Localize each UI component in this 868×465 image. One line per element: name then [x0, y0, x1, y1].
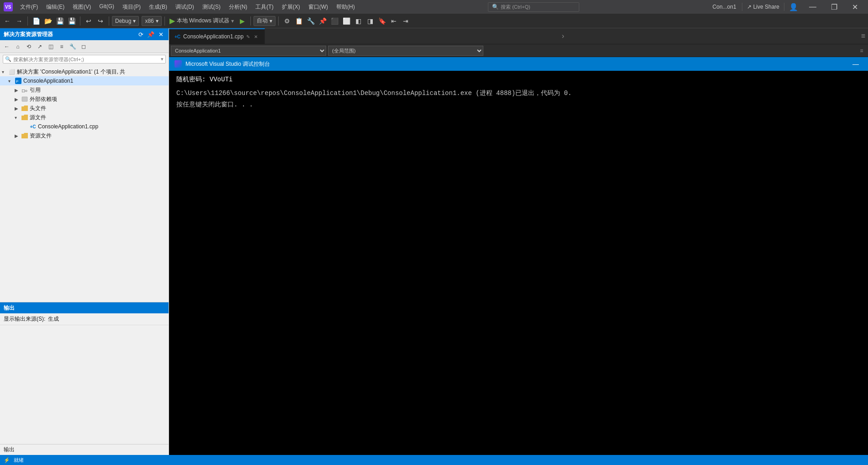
menu-item-b[interactable]: 生成(B) — [145, 1, 171, 13]
headers-folder-icon — [21, 105, 28, 112]
debug-console-content: 随机密码: VVoUTi C:\Users\11266\source\repos… — [169, 71, 868, 455]
restore-button[interactable]: ❐ — [825, 1, 844, 13]
save-button[interactable]: 💾 — [54, 16, 65, 26]
menu-item-x[interactable]: 扩展(X) — [278, 1, 304, 13]
toolbar-sync-view[interactable]: ⟲ — [24, 42, 34, 52]
nav-method-selector[interactable]: (全局范围) — [328, 46, 483, 56]
tree-item-references[interactable]: ▶ □○ 引用 — [0, 85, 169, 95]
resources-label: 资源文件 — [30, 132, 52, 140]
back-button[interactable]: ← — [2, 16, 13, 26]
toolbar-show-all[interactable]: ◫ — [46, 42, 56, 52]
menu-item-s[interactable]: 测试(S) — [199, 1, 224, 13]
tab-close-button[interactable]: ✕ — [253, 33, 259, 40]
nav-class-selector[interactable]: ConsoleApplication1 — [171, 46, 326, 56]
tree-expand-references[interactable]: ▶ — [15, 88, 21, 93]
toolbar-misc-9[interactable]: ⇥ — [400, 16, 411, 26]
tree-expand-source[interactable]: ▾ — [15, 115, 21, 120]
bookmark-nav-1[interactable]: ⇤ — [388, 16, 399, 26]
sync-icon[interactable]: ⟳ — [137, 30, 145, 38]
toolbar-properties[interactable]: 🔧 — [68, 42, 78, 52]
menu-item-e[interactable]: 编辑(E) — [42, 1, 68, 13]
solution-explorer-search[interactable]: 🔍 ▾ — [3, 55, 166, 63]
console-line-exit: C:\Users\11266\source\repos\ConsoleAppli… — [176, 88, 861, 98]
run-debugger-button[interactable]: ▶ 本地 Windows 调试器 ▾ — [168, 16, 236, 25]
minimize-button[interactable]: — — [803, 1, 823, 13]
toolbar-home[interactable]: ⌂ — [13, 42, 23, 52]
tree-item-main-cpp[interactable]: ▶ +C ConsoleApplication1.cpp — [0, 122, 169, 131]
tree-item-resources[interactable]: ▶ 资源文件 — [0, 131, 169, 140]
tree-item-source-files[interactable]: ▾ 源文件 — [0, 113, 169, 122]
toolbar-preview[interactable]: ◻ — [79, 42, 89, 52]
tree-item-solution[interactable]: ▾ ⬜ 解决方案 'ConsoleApplication1' (1 个项目, 共 — [0, 67, 169, 76]
save-all-button[interactable]: 💾 — [66, 16, 77, 26]
toolbar-misc-3[interactable]: 🔧 — [305, 16, 316, 26]
toolbar-open-file[interactable]: ↗ — [35, 42, 45, 52]
menu-item-w[interactable]: 窗口(W) — [305, 1, 332, 13]
menu-item-t[interactable]: 工具(T) — [252, 1, 277, 13]
tree-expand-ext[interactable]: ▶ — [15, 97, 21, 102]
toolbar-misc-7[interactable]: ◧ — [353, 16, 364, 26]
output-panel: 输出 显示输出来源(S): 生成 — [0, 302, 169, 444]
redo-button[interactable]: ↪ — [95, 16, 106, 26]
toolbar-misc-6[interactable]: ⬜ — [341, 16, 352, 26]
open-button[interactable]: 📂 — [42, 16, 53, 26]
nav-icon-btn[interactable]: ≡ — [857, 46, 866, 55]
menu-item-d[interactable]: 调试(D) — [172, 1, 198, 13]
editor-scroll-buttons: ≡ — [861, 32, 868, 40]
tree-expand-project[interactable]: ▾ — [8, 79, 15, 84]
global-search-box[interactable]: 🔍 搜索 (Ctrl+Q) — [488, 2, 579, 12]
svg-text:□○: □○ — [22, 88, 27, 93]
menu-item-f[interactable]: 文件(F) — [16, 1, 42, 13]
vs-icon — [175, 60, 182, 68]
bookmark-button[interactable]: 🔖 — [376, 16, 387, 26]
tab-console-cpp[interactable]: +C ConsoleApplication1.cpp ✎ ✕ — [169, 28, 265, 44]
status-text: 就绪 — [14, 457, 24, 464]
run-no-debug-button[interactable]: ▶ — [237, 16, 248, 26]
tree-item-headers[interactable]: ▶ 头文件 — [0, 104, 169, 113]
debug-config-dropdown[interactable]: Debug ▾ — [112, 16, 139, 26]
editor-extra-icon[interactable]: ≡ — [861, 32, 865, 40]
new-file-button[interactable]: 📄 — [31, 16, 42, 26]
toolbar-arrow-left[interactable]: ← — [2, 42, 12, 52]
pin-icon[interactable]: 📌 — [147, 30, 155, 38]
solution-search-input[interactable] — [13, 57, 159, 62]
auto-dropdown[interactable]: 自动 ▾ — [254, 16, 275, 26]
toolbar-separator-5 — [250, 16, 251, 26]
toolbar-separator-1 — [27, 16, 28, 26]
toolbar-filter[interactable]: ≡ — [57, 42, 67, 52]
search-placeholder-text: 搜索 (Ctrl+Q) — [501, 4, 530, 11]
title-bar-right: Con...on1 ↗ Live Share 👤 — ❐ ✕ — [709, 1, 864, 13]
close-panel-icon[interactable]: ✕ — [157, 30, 165, 38]
tree-item-project[interactable]: ▾ P ConsoleApplication1 — [0, 76, 169, 85]
tree-expand-headers[interactable]: ▶ — [15, 106, 21, 111]
toolbar-separator-4 — [164, 16, 165, 26]
menu-item-p[interactable]: 项目(P) — [119, 1, 144, 13]
menu-item-h[interactable]: 帮助(H) — [333, 1, 359, 13]
tree-expand-resources[interactable]: ▶ — [15, 133, 21, 138]
toolbar-misc-1[interactable]: ⚙ — [281, 16, 292, 26]
menu-item-n[interactable]: 分析(N) — [225, 1, 251, 13]
output-header-label: 输出 — [4, 304, 15, 312]
play-icon: ▶ — [169, 16, 175, 25]
solution-tree: ▾ ⬜ 解决方案 'ConsoleApplication1' (1 个项目, 共… — [0, 65, 169, 302]
menu-item-gitg[interactable]: Git(G) — [95, 1, 118, 13]
toolbar-misc-8[interactable]: ◨ — [365, 16, 376, 26]
debug-console-minimize-btn[interactable]: — — [849, 60, 863, 68]
toolbar-misc-4[interactable]: 📌 — [317, 16, 328, 26]
toolbar-misc-2[interactable]: 📋 — [293, 16, 304, 26]
tab-scroll-right[interactable]: › — [559, 32, 567, 40]
status-icon: ⚡ — [4, 457, 10, 463]
close-button[interactable]: ✕ — [846, 1, 864, 13]
menu-item-v[interactable]: 视图(V) — [69, 1, 95, 13]
live-share-label: Live Share — [753, 4, 779, 10]
forward-button[interactable]: → — [14, 16, 25, 26]
undo-button[interactable]: ↩ — [83, 16, 94, 26]
live-share-button[interactable]: ↗ Live Share — [742, 3, 784, 11]
tree-expand-solution[interactable]: ▾ — [2, 69, 8, 74]
search-dropdown-icon[interactable]: ▾ — [161, 56, 164, 62]
platform-dropdown[interactable]: x86 ▾ — [142, 16, 161, 26]
tree-item-external-deps[interactable]: ▶ 外部依赖项 — [0, 95, 169, 104]
user-icon[interactable]: 👤 — [786, 3, 801, 11]
svg-rect-5 — [22, 97, 27, 101]
toolbar-misc-5[interactable]: ⬛ — [329, 16, 340, 26]
